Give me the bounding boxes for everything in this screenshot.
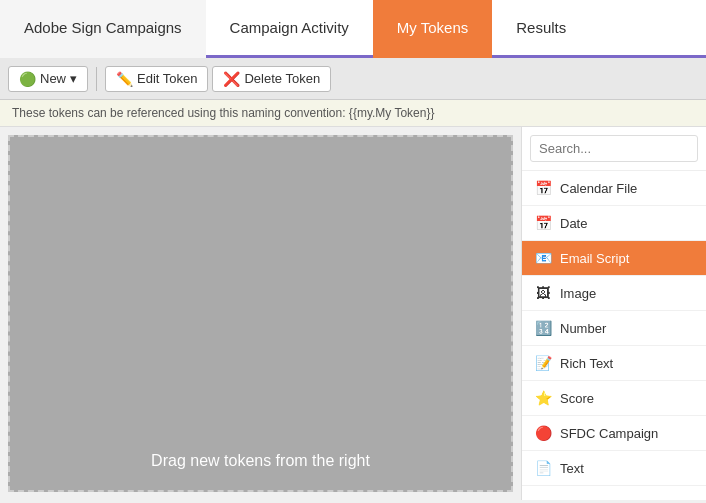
tab-results-label: Results bbox=[516, 19, 566, 36]
right-panel: 📅 Calendar File 📅 Date 📧 Email Script 🖼 … bbox=[521, 127, 706, 500]
token-item-date[interactable]: 📅 Date bbox=[522, 206, 706, 241]
main-area: Drag new tokens from the right 📅 Calenda… bbox=[0, 127, 706, 500]
search-input[interactable] bbox=[530, 135, 698, 162]
top-nav: Adobe Sign Campaigns Campaign Activity M… bbox=[0, 0, 706, 58]
edit-icon: ✏️ bbox=[116, 71, 133, 87]
token-item-text[interactable]: 📄 Text bbox=[522, 451, 706, 486]
new-icon: 🟢 bbox=[19, 71, 36, 87]
score-icon: ⭐ bbox=[534, 389, 552, 407]
token-item-rich-text[interactable]: 📝 Rich Text bbox=[522, 346, 706, 381]
token-item-calendar-file[interactable]: 📅 Calendar File bbox=[522, 171, 706, 206]
token-label-rich-text: Rich Text bbox=[560, 356, 613, 371]
token-item-number[interactable]: 🔢 Number bbox=[522, 311, 706, 346]
tab-results[interactable]: Results bbox=[492, 0, 590, 58]
token-label-score: Score bbox=[560, 391, 594, 406]
toolbar: 🟢 New ▾ ✏️ Edit Token ❌ Delete Token bbox=[0, 58, 706, 100]
canvas-hint: Drag new tokens from the right bbox=[151, 452, 370, 470]
token-label-email-script: Email Script bbox=[560, 251, 629, 266]
token-label-calendar-file: Calendar File bbox=[560, 181, 637, 196]
token-item-score[interactable]: ⭐ Score bbox=[522, 381, 706, 416]
tab-my-tokens[interactable]: My Tokens bbox=[373, 0, 492, 58]
text-icon: 📄 bbox=[534, 459, 552, 477]
tab-campaign-activity[interactable]: Campaign Activity bbox=[206, 0, 373, 58]
image-icon: 🖼 bbox=[534, 284, 552, 302]
rich-text-icon: 📝 bbox=[534, 354, 552, 372]
edit-token-button[interactable]: ✏️ Edit Token bbox=[105, 66, 208, 92]
calendar-file-icon: 📅 bbox=[534, 179, 552, 197]
token-item-sfdc-campaign[interactable]: 🔴 SFDC Campaign bbox=[522, 416, 706, 451]
token-label-number: Number bbox=[560, 321, 606, 336]
dropdown-icon: ▾ bbox=[70, 71, 77, 86]
new-button[interactable]: 🟢 New ▾ bbox=[8, 66, 88, 92]
date-icon: 📅 bbox=[534, 214, 552, 232]
tab-adobe-sign-label: Adobe Sign Campaigns bbox=[24, 19, 182, 36]
toolbar-separator bbox=[96, 67, 97, 91]
token-item-image[interactable]: 🖼 Image bbox=[522, 276, 706, 311]
token-label-image: Image bbox=[560, 286, 596, 301]
email-script-icon: 📧 bbox=[534, 249, 552, 267]
delete-token-button[interactable]: ❌ Delete Token bbox=[212, 66, 331, 92]
new-button-label: New bbox=[40, 71, 66, 86]
tab-my-tokens-label: My Tokens bbox=[397, 19, 468, 36]
delete-token-label: Delete Token bbox=[244, 71, 320, 86]
tab-campaign-activity-label: Campaign Activity bbox=[230, 19, 349, 36]
token-item-email-script[interactable]: 📧 Email Script bbox=[522, 241, 706, 276]
delete-icon: ❌ bbox=[223, 71, 240, 87]
info-bar: These tokens can be referenced using thi… bbox=[0, 100, 706, 127]
search-box bbox=[522, 127, 706, 171]
canvas-area: Drag new tokens from the right bbox=[8, 135, 513, 492]
nav-tabs-container: Adobe Sign Campaigns Campaign Activity M… bbox=[0, 0, 706, 58]
token-label-date: Date bbox=[560, 216, 587, 231]
token-label-sfdc-campaign: SFDC Campaign bbox=[560, 426, 658, 441]
number-icon: 🔢 bbox=[534, 319, 552, 337]
edit-token-label: Edit Token bbox=[137, 71, 197, 86]
token-list: 📅 Calendar File 📅 Date 📧 Email Script 🖼 … bbox=[522, 171, 706, 500]
info-text: These tokens can be referenced using thi… bbox=[12, 106, 434, 120]
sfdc-campaign-icon: 🔴 bbox=[534, 424, 552, 442]
token-label-text: Text bbox=[560, 461, 584, 476]
tab-adobe-sign[interactable]: Adobe Sign Campaigns bbox=[0, 0, 206, 58]
